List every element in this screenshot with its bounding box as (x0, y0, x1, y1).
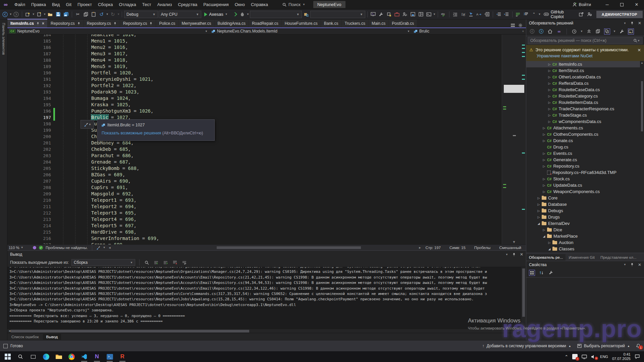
code-line[interactable]: 184ReaKtive = 1014, (7, 35, 526, 38)
add-item-button[interactable] (36, 10, 43, 18)
console-dropdown-icon[interactable]: ▼ (433, 13, 436, 16)
taskbar-clock[interactable]: 0:41 07.07.2025 (612, 352, 631, 361)
code-line[interactable]: 192Portfel2 = 1022, (7, 82, 526, 89)
properties-wrench-icon[interactable] (619, 28, 625, 35)
tree-item[interactable]: ▷C#ItemStruct.cs (526, 67, 644, 74)
sync-with-active-document-icon[interactable] (604, 28, 610, 35)
scrollbar-thumb[interactable] (522, 268, 525, 317)
menu-Вид[interactable]: Вид (49, 0, 63, 9)
paste-button[interactable] (90, 10, 97, 18)
action-center-icon[interactable] (635, 354, 640, 359)
code-line[interactable]: 196PumpShotgunXm3 = 1026, (7, 108, 526, 114)
tree-chevron-icon[interactable]: ▷ (536, 196, 541, 200)
home-icon[interactable] (547, 28, 553, 35)
code-line[interactable]: 187Menu3 = 1017, (7, 51, 526, 57)
stack-push-icon[interactable] (385, 10, 393, 18)
tree-chevron-icon[interactable]: ▷ (547, 120, 552, 123)
back-circle-icon[interactable] (529, 28, 535, 35)
document-tab[interactable]: RoadRepair.cs (249, 19, 281, 27)
code-line[interactable]: 214Teleport5 = 697, (7, 223, 526, 229)
wrench-icon[interactable] (378, 10, 385, 18)
menu-Сборка[interactable]: Сборка (95, 0, 116, 9)
code-line[interactable]: 194Bumaga = 1024, (7, 95, 526, 102)
window-list-icon[interactable] (511, 23, 515, 27)
menu-Правка[interactable]: Правка (28, 0, 49, 9)
code-line[interactable]: 213Teleport4 = 696, (7, 216, 526, 223)
tree-chevron-icon[interactable]: ▷ (547, 114, 552, 117)
pin-icon[interactable] (630, 21, 634, 25)
tree-item[interactable]: ▷C#TradeCharacterResponse.cs (526, 106, 644, 112)
code-line[interactable]: 205StickyBomb = 688, (7, 165, 526, 172)
panel-tab-0[interactable]: Обозреватель ре... (526, 254, 566, 261)
tree-chevron-icon[interactable]: ▷ (542, 139, 546, 142)
notifications-bell-button[interactable]: 1 (636, 344, 641, 348)
network-icon[interactable] (582, 355, 587, 359)
start-button[interactable] (1, 351, 14, 362)
code-line[interactable]: 200Chick (7, 133, 526, 140)
output-vertical-scrollbar[interactable]: ▼ (521, 267, 526, 329)
format-selection-icon[interactable]: [@] (460, 10, 467, 18)
tree-chevron-icon[interactable]: ▷ (542, 165, 546, 168)
tree-chevron-icon[interactable]: ▷ (547, 107, 552, 111)
tree-item[interactable]: ▷C#UpdateData.cs (526, 182, 644, 188)
close-icon[interactable]: ✕ (638, 21, 641, 25)
copy-button[interactable] (82, 10, 90, 18)
pin-icon[interactable] (36, 22, 40, 25)
taskbar-powershell[interactable]: >_ (103, 351, 116, 362)
tree-chevron-icon[interactable]: ◢ (542, 235, 546, 238)
layout-icon[interactable] (417, 10, 425, 18)
search-dropdown[interactable]: ▼ (310, 11, 365, 18)
preview-selected-items-icon[interactable] (628, 28, 634, 35)
document-outline-icon[interactable]: ≡ (522, 30, 524, 33)
uncomment-lines-icon[interactable] (522, 10, 530, 18)
menu-Файл[interactable]: Файл (11, 0, 28, 9)
menu-Средства[interactable]: Средства (175, 0, 201, 9)
document-tab[interactable]: Repository.cs (84, 19, 120, 27)
language-indicator[interactable]: ENG (600, 355, 608, 359)
code-line[interactable]: 195Kraska = 1025, (7, 102, 526, 108)
output-horizontal-scrollbar[interactable]: ◄ ► (7, 329, 526, 333)
volume-muted-icon[interactable] (591, 355, 596, 359)
tree-item[interactable]: ◢MarketPlace (526, 233, 644, 239)
outdent-icon[interactable] (495, 10, 502, 18)
tree-chevron-icon[interactable]: ▷ (536, 203, 541, 206)
scroll-right-arrow-icon[interactable]: ► (517, 329, 520, 333)
tray-expand-chevron-icon[interactable]: ⌃ (565, 354, 568, 359)
restore-button[interactable] (614, 0, 629, 9)
pin-icon[interactable] (77, 22, 80, 25)
undo-button[interactable]: ↺ (98, 10, 105, 18)
open-file-button[interactable] (47, 10, 54, 18)
tooltip-solutions-link[interactable]: Показать возможные решения (102, 131, 161, 135)
chevron-down-icon[interactable]: ▼ (103, 246, 106, 249)
tree-item[interactable]: ▷C#Events.cs (526, 150, 644, 157)
document-tab[interactable]: ItemsInfo.cs× (7, 19, 47, 27)
minimize-button[interactable]: ─ (600, 0, 614, 9)
chevron-down-icon[interactable]: ▼ (637, 39, 640, 42)
breadcrumb-type-dropdown[interactable]: NeptuneEvo.Chars.Models.ItemId ▼ (210, 28, 412, 34)
breadcrumb-project-dropdown[interactable]: C# NeptuneEvo ▼ (7, 28, 210, 34)
tree-chevron-icon[interactable]: ▷ (547, 241, 552, 244)
cursor-underline-icon[interactable] (468, 10, 475, 18)
add-to-source-control-button[interactable]: ↑ Добавить в систему управления версиями… (482, 344, 571, 348)
goto-next-message-icon[interactable] (162, 259, 169, 266)
clear-all-icon[interactable] (172, 259, 178, 266)
copy-path-icon[interactable] (595, 28, 601, 35)
document-tab[interactable]: Repository.cs (120, 19, 156, 27)
share-icon[interactable] (578, 10, 585, 18)
solution-tree[interactable]: ▷C#ItemsInfo.cs▷C#ItemStruct.cs▷C#OtherL… (526, 61, 644, 253)
breadcrumb-member-dropdown[interactable]: Brulic ≡ (412, 28, 526, 34)
pending-changes-filter-icon[interactable] (571, 28, 577, 35)
doc-structure-icon[interactable] (483, 10, 491, 18)
tree-chevron-icon[interactable]: ▷ (542, 177, 546, 181)
document-tab[interactable]: Police.cs (156, 19, 178, 27)
taskbar-vscode[interactable] (78, 351, 91, 362)
close-icon[interactable]: × (42, 21, 44, 26)
tab-output[interactable]: Вывод (43, 334, 61, 340)
menu-Расширения[interactable]: Расширения (200, 0, 232, 9)
line-ending-indicator[interactable]: Смешанный (499, 246, 521, 250)
menu-Проект[interactable]: Проект (74, 0, 95, 9)
tree-chevron-icon[interactable]: ▷ (536, 209, 541, 213)
toolbox-icon[interactable] (393, 10, 401, 18)
toolbox-collapsed-strip[interactable]: Панель элементов (0, 19, 7, 340)
start-debug-button[interactable]: Axesas ▼ (202, 12, 230, 17)
